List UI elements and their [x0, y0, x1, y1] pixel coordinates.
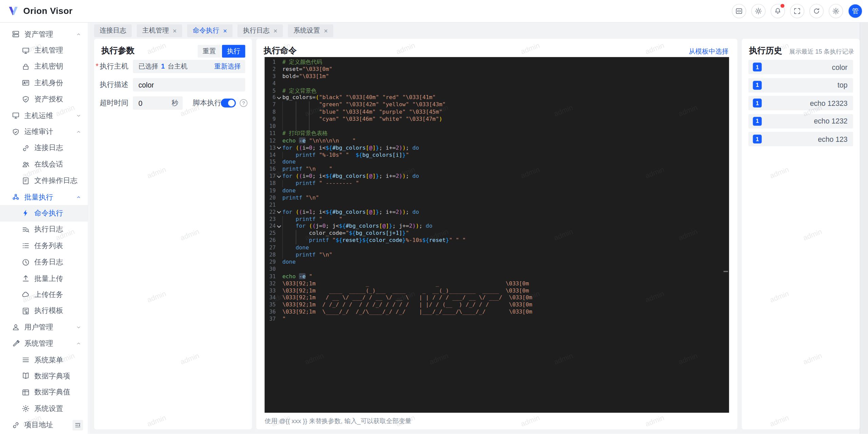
- sidebar-item[interactable]: 主机运维: [0, 108, 88, 124]
- sidebar-item[interactable]: 系统管理: [0, 335, 88, 352]
- tab-close-icon[interactable]: ×: [223, 27, 227, 34]
- script-exec-toggle[interactable]: [221, 99, 236, 108]
- fold-chevron-icon[interactable]: [277, 174, 281, 179]
- user-avatar[interactable]: 管: [848, 4, 862, 18]
- sidebar-item[interactable]: 用户管理: [0, 319, 88, 335]
- sidebar-collapse-button[interactable]: [73, 420, 83, 431]
- chevron-up-icon: [76, 341, 81, 346]
- help-icon[interactable]: ?: [240, 99, 248, 107]
- refresh-button[interactable]: [809, 4, 824, 18]
- fold-chevron-icon[interactable]: [277, 210, 281, 214]
- code-line: 8"blue" "\033[44m" "purple" "\033[45m": [264, 109, 729, 116]
- required-asterisk: *: [96, 62, 98, 70]
- sidebar-item[interactable]: 执行日志: [0, 222, 88, 238]
- code-line: 7"green" "\033[42m" "yellow" "\033[43m": [264, 101, 729, 109]
- fold-chevron-icon[interactable]: [277, 96, 281, 100]
- code-line: 27done: [264, 244, 729, 251]
- users-icon: [21, 160, 29, 168]
- code-line: 25color_code="${bg_colors[j+1]}": [264, 230, 729, 237]
- code-line: 21: [264, 202, 729, 209]
- template-icon: [21, 307, 29, 315]
- code-line: 35\033[92;1m / /_/ / / / / /_/ / / / / |…: [264, 302, 729, 309]
- sidebar-item[interactable]: 数据字典值: [0, 384, 88, 400]
- description-input[interactable]: [133, 81, 245, 89]
- sidebar-item[interactable]: 运维审计: [0, 124, 88, 140]
- monitor-icon: [21, 46, 29, 54]
- tab-close-icon[interactable]: ×: [173, 27, 176, 34]
- brand[interactable]: Orion Visor: [0, 5, 73, 17]
- code-line: 28printf "\n": [264, 251, 729, 259]
- reselect-host-link[interactable]: 重新选择: [214, 62, 241, 71]
- timeout-input[interactable]: [133, 99, 172, 107]
- sidebar-item-label: 批量执行: [24, 192, 53, 202]
- theme-button[interactable]: [751, 4, 766, 18]
- code-button[interactable]: [732, 4, 746, 18]
- code-line: 14printf "%-10s" " ${bg_colors[i]}": [264, 152, 729, 159]
- tab-1[interactable]: 连接日志: [94, 24, 132, 37]
- sidebar-item[interactable]: 任务列表: [0, 238, 88, 254]
- sidebar-item[interactable]: 系统设置: [0, 400, 88, 417]
- sidebar-item[interactable]: 数据字典项: [0, 368, 88, 384]
- tab-4[interactable]: 执行日志×: [237, 24, 283, 37]
- exec-command-panel: 执行命令 从模板中选择 1# 定义颜色代码2reset="\033[0m"3bo…: [256, 39, 737, 429]
- tab-2[interactable]: 主机管理×: [137, 24, 182, 37]
- sidebar-item[interactable]: 任务日志: [0, 254, 88, 270]
- code-line: 26printf "${reset}${color_code}%-10s${re…: [264, 237, 729, 244]
- tab-close-icon[interactable]: ×: [274, 27, 277, 34]
- fullscreen-button[interactable]: [790, 4, 804, 18]
- bolt-icon: [21, 209, 29, 217]
- sidebar-item[interactable]: 资产管理: [0, 26, 88, 42]
- book-icon: [21, 372, 29, 380]
- history-item[interactable]: 1echo 123: [748, 132, 853, 146]
- sidebar-item-label: 系统设置: [34, 404, 63, 414]
- exec-params-panel: 执行参数 重置 执行 *执行主机 已选择 1 台主机 重新选择 执行描述 超时时…: [94, 39, 252, 429]
- sidebar-item[interactable]: 批量执行: [0, 189, 88, 205]
- fullscreen-icon: [793, 7, 801, 15]
- sidebar-item-label: 批量上传: [34, 273, 63, 283]
- tab-5[interactable]: 系统设置×: [288, 24, 333, 37]
- tab-3[interactable]: 命令执行×: [187, 24, 233, 37]
- chevron-up-icon: [76, 32, 81, 37]
- sidebar-item[interactable]: 主机密钥: [0, 59, 88, 75]
- sidebar-item[interactable]: 批量上传: [0, 270, 88, 287]
- bell-button[interactable]: [771, 4, 785, 18]
- exec-history-panel: 执行历史 展示最近 15 条执行记录 1color1top1echo 12323…: [742, 39, 860, 429]
- run-button[interactable]: 执行: [222, 45, 245, 58]
- cluster-icon: [11, 193, 19, 201]
- code-line: 29done: [264, 259, 729, 266]
- history-item[interactable]: 1color: [748, 60, 853, 74]
- sidebar-item[interactable]: 命令执行: [0, 205, 88, 222]
- history-item[interactable]: 1top: [748, 78, 853, 92]
- code-line: 15done: [264, 159, 729, 166]
- sidebar-item[interactable]: 主机管理: [0, 42, 88, 59]
- history-item[interactable]: 1echo 12323: [748, 96, 853, 110]
- sidebar-item[interactable]: 执行模板: [0, 303, 88, 319]
- sidebar-item[interactable]: 系统菜单: [0, 352, 88, 368]
- host-selector[interactable]: 已选择 1 台主机 重新选择: [133, 60, 245, 73]
- page-scrollbar[interactable]: [860, 23, 868, 434]
- sidebar-item[interactable]: 上传任务: [0, 286, 88, 303]
- code-line: 24for ((j=0; j<${#bg_colors[@]}; j+=2));…: [264, 223, 729, 230]
- timeout-row: 超时时间 秒 脚本执行 ?: [94, 96, 252, 110]
- sidebar-item-label: 系统菜单: [34, 355, 63, 365]
- cloud-icon: [21, 290, 29, 299]
- settings-button[interactable]: [829, 4, 843, 18]
- fold-chevron-icon[interactable]: [277, 224, 281, 229]
- refresh-icon: [813, 7, 821, 15]
- host-count-badge: 1: [753, 117, 762, 126]
- history-item[interactable]: 1echo 1232: [748, 114, 853, 128]
- sidebar-item[interactable]: 连接日志: [0, 140, 88, 156]
- sidebar-item[interactable]: 在线会话: [0, 156, 88, 173]
- reset-button[interactable]: 重置: [198, 45, 221, 58]
- notification-dot: [781, 4, 784, 7]
- host-count-badge: 1: [753, 62, 762, 71]
- code-line: 5# 定义背景色: [264, 87, 729, 94]
- tab-close-icon[interactable]: ×: [324, 27, 328, 34]
- choose-from-template-link[interactable]: 从模板中选择: [689, 47, 729, 57]
- sidebar-item[interactable]: 主机身份: [0, 75, 88, 91]
- sidebar-item[interactable]: 文件操作日志: [0, 173, 88, 189]
- command-editor[interactable]: 1# 定义颜色代码2reset="\033[0m"3bold="\033[1m"…: [264, 57, 729, 413]
- sidebar-item[interactable]: 资产授权: [0, 91, 88, 108]
- sidebar-item-label: 连接日志: [34, 143, 63, 153]
- fold-chevron-icon[interactable]: [277, 146, 281, 150]
